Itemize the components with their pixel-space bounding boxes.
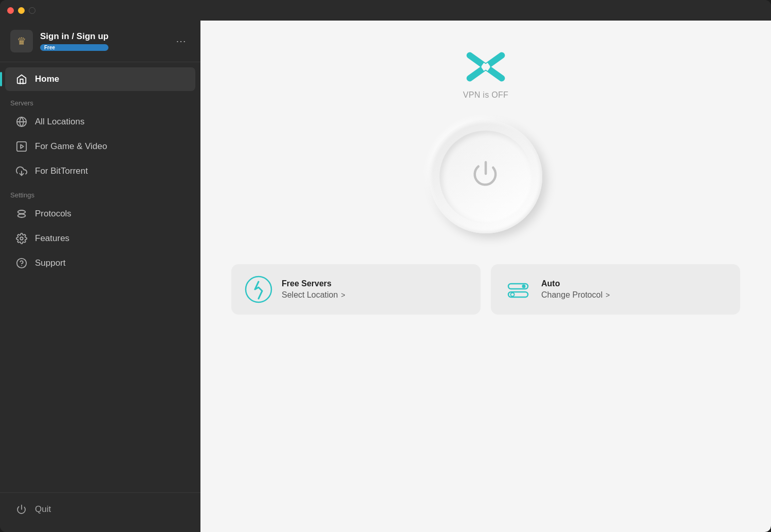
- svg-point-20: [511, 293, 515, 297]
- free-servers-content: Free Servers Select Location >: [282, 279, 345, 300]
- bottom-cards: Free Servers Select Location >: [200, 264, 771, 315]
- quit-label: Quit: [35, 504, 51, 515]
- sidebar-item-label-home: Home: [35, 74, 59, 84]
- play-icon: [15, 140, 28, 153]
- sidebar-item-support[interactable]: Support: [5, 251, 195, 275]
- sidebar-item-features[interactable]: Features: [5, 227, 195, 250]
- close-button[interactable]: [7, 7, 14, 14]
- sidebar-item-all-locations[interactable]: All Locations: [5, 110, 195, 134]
- bottom-nav: Quit: [0, 492, 200, 532]
- sidebar-item-label-bittorrent: For BitTorrent: [35, 166, 88, 176]
- app-window: ♛ Sign in / Sign up Free ⋯: [0, 0, 771, 532]
- sidebar-item-game-video[interactable]: For Game & Video: [5, 135, 195, 158]
- globe-icon: [15, 116, 28, 128]
- cloud-download-icon: [15, 165, 28, 177]
- vpn-status: VPN is OFF: [463, 90, 508, 100]
- vpn-logo: [465, 51, 506, 84]
- protocol-content: Auto Change Protocol >: [541, 279, 610, 300]
- crown-icon: ♛: [17, 35, 26, 47]
- quit-icon: [15, 503, 28, 516]
- protocol-title: Auto: [541, 279, 610, 288]
- protocol-card[interactable]: Auto Change Protocol >: [491, 264, 740, 315]
- sidebar-item-label-protocols: Protocols: [35, 209, 71, 219]
- svg-point-6: [18, 214, 26, 217]
- free-servers-card[interactable]: Free Servers Select Location >: [231, 264, 481, 315]
- free-servers-icon: [245, 276, 272, 303]
- free-servers-arrow: >: [341, 291, 345, 299]
- more-button[interactable]: ⋯: [172, 33, 190, 49]
- titlebar: [0, 0, 771, 21]
- sidebar-item-label-support: Support: [35, 258, 66, 268]
- section-label-settings: Settings: [0, 184, 200, 201]
- minimize-button[interactable]: [18, 7, 25, 14]
- sidebar-item-bittorrent[interactable]: For BitTorrent: [5, 159, 195, 183]
- sidebar-item-home[interactable]: Home: [5, 67, 195, 91]
- avatar: ♛: [10, 30, 33, 52]
- sidebar-item-protocols[interactable]: Protocols: [5, 202, 195, 226]
- protocol-icon: [504, 276, 532, 303]
- quit-button[interactable]: Quit: [10, 499, 190, 520]
- power-button-inner: [439, 131, 532, 223]
- svg-point-18: [522, 285, 526, 288]
- maximize-button[interactable]: [29, 7, 35, 14]
- user-info: Sign in / Sign up Free: [40, 31, 108, 51]
- sidebar-item-label-features: Features: [35, 233, 69, 244]
- protocol-arrow: >: [605, 291, 610, 299]
- section-label-servers: Servers: [0, 92, 200, 109]
- gear-icon: [15, 232, 28, 245]
- sidebar-item-label-game-video: For Game & Video: [35, 141, 107, 152]
- user-section: ♛ Sign in / Sign up Free ⋯: [0, 21, 200, 62]
- free-servers-title: Free Servers: [282, 279, 345, 288]
- home-icon: [15, 73, 28, 85]
- svg-rect-2: [17, 142, 26, 151]
- protocol-subtitle: Change Protocol >: [541, 290, 610, 300]
- svg-point-5: [18, 210, 26, 213]
- sidebar-item-label-all-locations: All Locations: [35, 117, 84, 127]
- sidebar: ♛ Sign in / Sign up Free ⋯: [0, 21, 200, 532]
- power-icon: [472, 160, 500, 194]
- question-icon: [15, 257, 28, 269]
- right-panel: VPN is OFF: [200, 21, 771, 532]
- free-badge: Free: [40, 44, 108, 51]
- free-servers-subtitle: Select Location >: [282, 290, 345, 300]
- svg-point-7: [20, 237, 23, 240]
- power-button[interactable]: [429, 120, 542, 233]
- svg-marker-3: [21, 144, 24, 148]
- nav-section: Home Servers All Locations: [0, 62, 200, 492]
- protocols-icon: [15, 208, 28, 220]
- traffic-lights: [7, 7, 35, 14]
- user-name: Sign in / Sign up: [40, 31, 108, 42]
- main-container: ♛ Sign in / Sign up Free ⋯: [0, 21, 771, 532]
